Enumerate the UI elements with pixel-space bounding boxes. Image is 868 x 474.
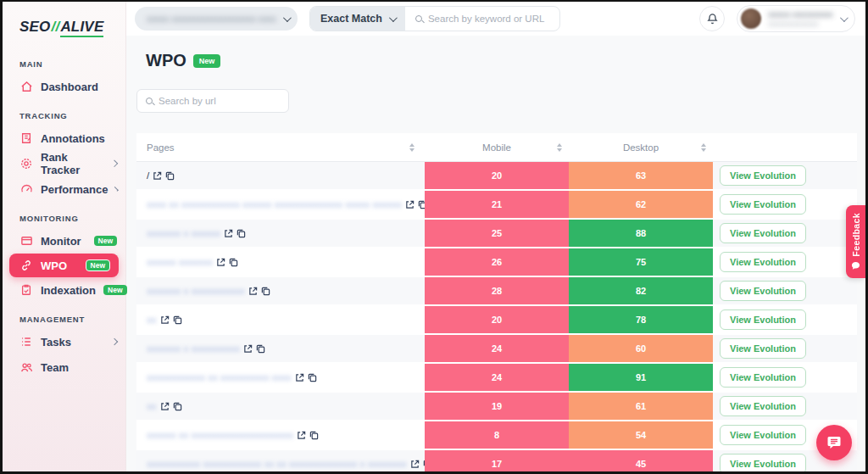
sidebar-item-tasks[interactable]: Tasks: [3, 329, 125, 354]
page-cell: xxxxxxxxxxx xxxxxxxxxxxx xx xx xxxxxxxxx…: [136, 450, 425, 471]
column-header-desktop[interactable]: Desktop: [569, 142, 713, 153]
external-link-icon[interactable]: [248, 287, 258, 296]
sidebar-item-rank-tracker[interactable]: Rank Tracker: [3, 151, 125, 176]
copy-icon[interactable]: [173, 315, 182, 325]
external-link-icon[interactable]: [160, 402, 170, 411]
sidebar-item-indexation[interactable]: Indexation New: [3, 277, 125, 303]
page-link[interactable]: xxxxxxxxxxxx xx xxxxxxxxxx xxxx: [147, 372, 292, 382]
sidebar-item-wpo[interactable]: WPO New: [9, 254, 119, 277]
monitor-icon: [19, 234, 33, 248]
page-link[interactable]: /: [147, 170, 149, 181]
table-row: xxxxxx xxxxxxx 26 75 View Evolution: [136, 248, 857, 277]
external-link-icon[interactable]: [216, 258, 225, 267]
view-evolution-button[interactable]: View Evolution: [720, 252, 806, 272]
page-header: WPO New: [136, 51, 865, 70]
view-evolution-button[interactable]: View Evolution: [720, 396, 806, 416]
user-menu[interactable]: xxxxx xxxxxxxxx xxxxxxxxxxxxxx: [737, 5, 855, 32]
search-icon: [415, 15, 422, 22]
action-cell: View Evolution: [713, 306, 857, 333]
site-selector-dropdown[interactable]: xxxxx xxxxxxxxxxxxxxxxxxx xxxx: [135, 7, 298, 31]
external-link-icon[interactable]: [153, 171, 162, 181]
view-evolution-button[interactable]: View Evolution: [720, 194, 806, 215]
copy-icon[interactable]: [256, 344, 265, 354]
view-evolution-button[interactable]: View Evolution: [720, 309, 806, 330]
page-link[interactable]: xxxxxx xx xxxxxxxxxxxxxxxxxxxxx: [147, 430, 293, 440]
mobile-score: 20: [425, 306, 569, 333]
view-evolution-button[interactable]: View Evolution: [720, 165, 806, 186]
external-link-icon[interactable]: [297, 431, 306, 440]
mobile-score: 24: [425, 364, 569, 391]
page-link[interactable]: xx: [147, 315, 157, 325]
notifications-button[interactable]: [699, 6, 725, 31]
url-search-input[interactable]: [159, 96, 280, 106]
copy-icon[interactable]: [173, 402, 182, 411]
sidebar-item-monitor[interactable]: Monitor New: [3, 228, 125, 254]
feedback-tab[interactable]: Feedback: [846, 205, 865, 278]
sidebar-item-label: Rank Tracker: [41, 151, 104, 176]
copy-icon[interactable]: [308, 373, 317, 382]
page-link[interactable]: xxxxxxx x xxxxxx: [147, 228, 220, 238]
sort-icon[interactable]: [701, 143, 706, 152]
external-link-icon[interactable]: [405, 200, 415, 209]
view-evolution-button[interactable]: View Evolution: [720, 223, 806, 243]
sidebar-item-annotations[interactable]: Annotations: [3, 125, 125, 151]
search-icon: [146, 98, 153, 104]
copy-icon[interactable]: [418, 200, 425, 209]
table-row: xx 20 78 View Evolution: [136, 306, 857, 335]
page-link[interactable]: xxxx xx xxxxxxxxxxxx xxxxxx xxxxxxxxxxxx…: [147, 199, 402, 209]
view-evolution-button[interactable]: View Evolution: [720, 367, 806, 388]
tasks-list-icon: [19, 335, 33, 349]
match-type-select[interactable]: Exact Match: [310, 7, 405, 31]
mobile-score: 20: [425, 162, 569, 189]
copy-icon[interactable]: [236, 229, 246, 238]
page-link[interactable]: xxxxxx xxxxxxx: [147, 257, 213, 267]
page-content: WPO New Pages Mobile: [126, 36, 865, 471]
desktop-score: 88: [569, 220, 713, 247]
chevron-down-icon: [389, 14, 398, 22]
external-link-icon[interactable]: [160, 315, 170, 325]
section-label-management: MANAGEMENT: [3, 303, 125, 329]
sidebar-item-label: WPO: [41, 259, 67, 272]
feedback-label: Feedback: [851, 213, 861, 257]
external-link-icon[interactable]: [410, 460, 420, 469]
external-link-icon[interactable]: [295, 373, 304, 382]
sidebar-item-team[interactable]: Team: [3, 354, 125, 380]
copy-icon[interactable]: [309, 431, 319, 440]
chat-widget-button[interactable]: [816, 425, 852, 460]
external-link-icon[interactable]: [243, 344, 253, 354]
view-evolution-button[interactable]: View Evolution: [720, 454, 806, 471]
page-link[interactable]: xxxxxxxxxxx xxxxxxxxxxxx xx xx xxxxxxxxx…: [147, 459, 407, 469]
sort-icon[interactable]: [409, 143, 415, 152]
copy-icon[interactable]: [165, 171, 175, 181]
sidebar-item-label: Tasks: [41, 336, 71, 349]
page-link[interactable]: xxxxxxx x xxxxxxxxxx: [147, 343, 240, 354]
page-link[interactable]: xxxxxxx x xxxxxxxxxxx: [147, 286, 245, 296]
speedometer-icon: [19, 182, 33, 196]
copy-icon[interactable]: [261, 287, 270, 296]
chevron-right-icon: [114, 187, 119, 191]
page-cell: xxxxxx xxxxxxx: [136, 248, 425, 276]
sidebar-item-performance[interactable]: Performance: [3, 176, 125, 202]
sidebar-item-label: Monitor: [41, 235, 81, 248]
view-evolution-button[interactable]: View Evolution: [720, 338, 806, 359]
sort-icon[interactable]: [557, 143, 562, 152]
desktop-score: 61: [569, 393, 713, 420]
column-header-pages[interactable]: Pages: [136, 142, 425, 153]
external-link-icon[interactable]: [224, 229, 233, 238]
desktop-score: 75: [569, 248, 713, 276]
user-name: xxxxx xxxxxxxxx: [768, 9, 833, 20]
team-icon: [19, 360, 33, 374]
topbar: xxxxx xxxxxxxxxxxxxxxxxxx xxxx Exact Mat…: [126, 2, 865, 36]
page-link[interactable]: xx: [147, 401, 157, 411]
copy-icon[interactable]: [229, 258, 238, 267]
sidebar-item-dashboard[interactable]: Dashboard: [3, 74, 125, 99]
page-cell: xxxxxxx x xxxxxxxxxx: [136, 335, 425, 362]
view-evolution-button[interactable]: View Evolution: [720, 281, 806, 301]
chevron-down-icon: [283, 14, 292, 22]
table-row: / 20 63 View Evolution: [136, 162, 857, 191]
view-evolution-button[interactable]: View Evolution: [720, 425, 806, 445]
column-header-mobile[interactable]: Mobile: [425, 142, 569, 153]
logo-slashes: //: [51, 19, 61, 35]
note-icon: [19, 131, 33, 145]
keyword-search-input[interactable]: [428, 14, 549, 24]
